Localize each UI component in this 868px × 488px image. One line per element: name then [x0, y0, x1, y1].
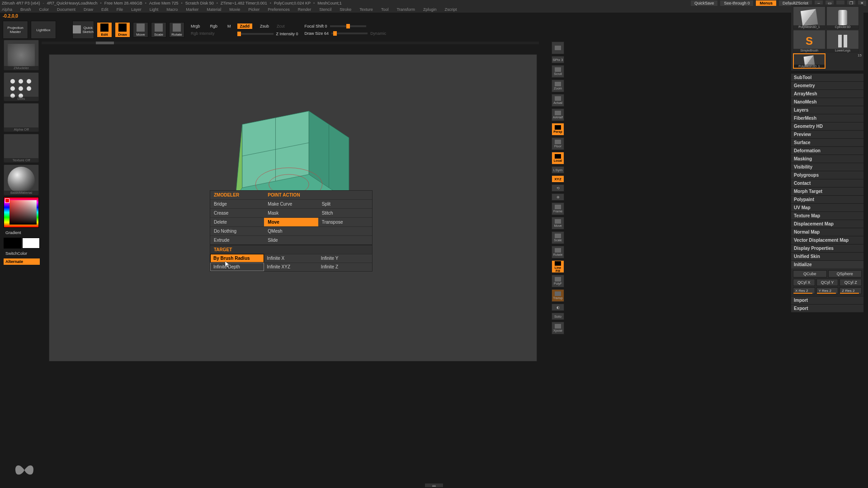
zres-slider[interactable]: Z Res 2	[840, 287, 862, 294]
projection-master-button[interactable]: Projection Master	[3, 21, 28, 39]
tool-cylinder3d[interactable]: Cylinder3D	[826, 6, 859, 29]
edit-button[interactable]: Edit	[97, 22, 112, 38]
z-intensity-slider[interactable]	[237, 33, 274, 35]
rb-solo[interactable]: Solo	[552, 313, 564, 320]
action-transpose[interactable]: Transpose	[318, 217, 372, 226]
menu-item[interactable]: Alpha	[2, 7, 12, 12]
action-mask[interactable]: Mask	[264, 208, 318, 217]
menu-item[interactable]: Edit	[101, 7, 108, 12]
spix-slider[interactable]: SPix 3	[552, 56, 564, 63]
menu-item[interactable]: Render	[298, 7, 311, 12]
quicksave-button[interactable]: QuickSave	[691, 0, 718, 6]
target-infdepth[interactable]: Infinite Depth	[210, 263, 264, 271]
acc-fibermesh[interactable]: FiberMesh	[791, 114, 863, 122]
menu-item[interactable]: Brush	[20, 7, 31, 12]
qcyly-button[interactable]: QCyl Y	[816, 279, 839, 286]
color-picker[interactable]	[4, 197, 39, 228]
acc-layers[interactable]: Layers	[791, 106, 863, 114]
acc-export[interactable]: Export	[791, 304, 863, 312]
acc-masking[interactable]: Masking	[791, 155, 863, 163]
zcut-button[interactable]: Zcut	[277, 24, 285, 28]
acc-nanomesh[interactable]: NanoMesh	[791, 98, 863, 106]
zmodeler-thumb[interactable]: ZModeler	[4, 40, 39, 70]
action-qmesh[interactable]: QMesh	[264, 226, 318, 235]
action-donothing[interactable]: Do Nothing	[210, 226, 264, 235]
menu-item[interactable]: Texture	[359, 7, 373, 12]
acc-unifiedskin[interactable]: Unified Skin	[791, 252, 863, 260]
menu-item[interactable]: Color	[39, 7, 49, 12]
acc-contact[interactable]: Contact	[791, 179, 863, 187]
rb-rotate[interactable]: Rotate	[552, 246, 564, 258]
target-infy[interactable]: Infinite Y	[318, 254, 372, 263]
alpha-slot[interactable]: Alpha Off	[4, 103, 39, 132]
rb-floor[interactable]: Floor	[552, 137, 564, 150]
mrgb-label[interactable]: Mrgb	[191, 24, 200, 28]
acc-surface[interactable]: Surface	[791, 138, 863, 146]
acc-uvmap[interactable]: UV Map	[791, 203, 863, 211]
qcube-button[interactable]: QCube	[793, 270, 827, 277]
switchcolor-button[interactable]: SwitchColor	[4, 250, 40, 257]
draw-button[interactable]: Draw	[115, 22, 130, 38]
menu-item[interactable]: Stencil	[319, 7, 331, 12]
rotate-button[interactable]: Rotate	[169, 22, 184, 38]
tool-simplebrush[interactable]: SSimpleBrush	[793, 30, 826, 52]
menu-item[interactable]: Draw	[84, 7, 93, 12]
bottom-expand-handle[interactable]: ▴▴	[425, 483, 443, 487]
acc-deformation[interactable]: Deformation	[791, 146, 863, 155]
action-slide[interactable]: Slide	[264, 235, 318, 244]
rb-zoomfit-icon[interactable]: ⊕	[552, 193, 564, 201]
yres-slider[interactable]: Y Res 2	[816, 287, 839, 294]
rb-persp[interactable]: Persp	[552, 123, 564, 136]
rb-move[interactable]: Move	[552, 217, 564, 230]
action-extrude[interactable]: Extrude	[210, 235, 264, 244]
acc-displacementmap[interactable]: Displacement Map	[791, 220, 863, 228]
acc-texturemap[interactable]: Texture Map	[791, 211, 863, 220]
acc-geometryhd[interactable]: Geometry HD	[791, 122, 863, 130]
seethrough-slider[interactable]: See-through 0	[720, 0, 753, 6]
action-stitch[interactable]: Stitch	[318, 208, 372, 217]
menu-item[interactable]: Tool	[381, 7, 389, 12]
menu-item[interactable]: Layer	[131, 7, 142, 12]
acc-import[interactable]: Import	[791, 296, 863, 304]
rb-mirror-icon[interactable]: ⟲	[552, 184, 564, 192]
rgb-intensity-slider[interactable]: Rgb Intensity	[191, 31, 215, 36]
zsub-button[interactable]: Zsub	[260, 24, 269, 28]
zadd-button[interactable]: Zadd	[237, 23, 253, 29]
acc-polypaint[interactable]: Polypaint	[791, 195, 863, 203]
menu-item[interactable]: File	[117, 7, 123, 12]
tool-polymesh3d[interactable]: PolyMesh3D_1	[793, 6, 826, 29]
brush-dots-thumb[interactable]: Dots	[4, 72, 39, 101]
action-delete[interactable]: Delete	[210, 217, 264, 226]
material-slot[interactable]: BasicMaterial	[4, 164, 39, 195]
qcylz-button[interactable]: QCyl Z	[840, 279, 862, 286]
scale-button[interactable]: Scale	[151, 22, 166, 38]
acc-preview[interactable]: Preview	[791, 130, 863, 138]
rb-xpose[interactable]: Xpose	[552, 322, 564, 334]
acc-subtool[interactable]: SubTool	[791, 73, 863, 81]
canvas-scrollbar[interactable]	[42, 42, 539, 44]
menu-item[interactable]: Preferences	[268, 7, 290, 12]
acc-initialize[interactable]: Initialize	[791, 260, 863, 268]
menu-item[interactable]: Document	[57, 7, 75, 12]
rb-lsym[interactable]: LSym	[552, 166, 564, 174]
menu-item[interactable]: Transform	[396, 7, 415, 12]
action-bridge[interactable]: Bridge	[210, 199, 264, 208]
action-move[interactable]: Move	[264, 217, 318, 226]
qsphere-button[interactable]: QSphere	[828, 270, 862, 277]
rb-scroll[interactable]: Scroll	[552, 65, 564, 78]
draw-size-slider[interactable]	[331, 33, 368, 34]
tool-lowerlegs[interactable]: LowerLegs	[826, 30, 859, 52]
menus-button[interactable]: Menus	[756, 0, 776, 6]
menu-item[interactable]: Light	[150, 7, 159, 12]
acc-displayprops[interactable]: Display Properties	[791, 244, 863, 252]
rb-bpr[interactable]	[552, 42, 564, 54]
acc-normalmap[interactable]: Normal Map	[791, 228, 863, 236]
acc-geometry[interactable]: Geometry	[791, 81, 863, 89]
rb-ghost-icon[interactable]: ◐	[552, 304, 564, 311]
target-infz[interactable]: Infinite Z	[318, 263, 372, 271]
acc-polygroups[interactable]: Polygroups	[791, 171, 863, 179]
rb-polyf[interactable]: PolyF	[552, 275, 564, 287]
dynamic-label[interactable]: Dynamic	[370, 31, 386, 36]
xres-slider[interactable]: X Res 2	[793, 287, 815, 294]
rb-actual[interactable]: Actual	[552, 94, 564, 107]
